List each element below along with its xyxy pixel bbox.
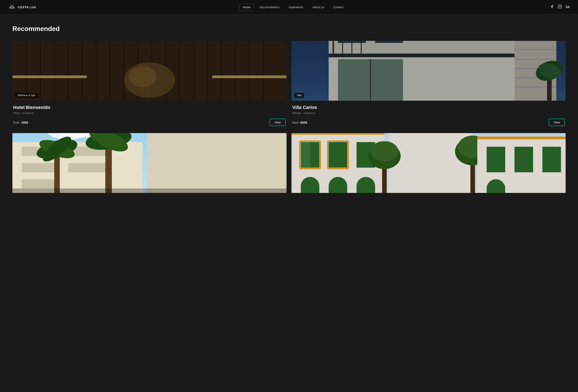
property-cards-grid: Wellness & Spa Hotel Bienvenido Nerja - … [12,41,566,193]
nav-inspirations[interactable]: Inspirations [285,4,307,10]
category-badge-2: Villa [294,93,304,98]
main-nav: Home Accomodations Inspirations About Us… [239,4,347,11]
svg-rect-88 [12,189,287,193]
card-price-1: from 155$ [13,121,28,124]
logo-icon [8,4,16,10]
card-title-1: Hotel Bienvenido [13,105,286,110]
svg-rect-85 [105,142,112,193]
nav-contact[interactable]: Contact [330,4,347,10]
card-footer-2: from 560$ View [292,119,565,126]
svg-rect-78 [22,179,59,189]
svg-rect-4 [558,5,562,8]
card-image-3 [12,133,287,193]
card-location-1: Nerja - Andalucia [13,111,286,115]
section-title: Recommended [12,25,566,33]
svg-line-1 [13,5,14,6]
category-badge-1: Wellness & Spa [15,93,38,98]
social-links [550,4,570,10]
svg-point-6 [561,5,561,6]
card-title-2: Villa Carlos [292,105,565,110]
view-button-1[interactable]: View [270,119,286,126]
card-image-2: Villa [291,41,566,101]
property-card-1: Wellness & Spa Hotel Bienvenido Nerja - … [12,41,287,128]
navbar: COSTA LUX Home Accomodations Inspiration… [0,0,578,14]
apartments-image [12,133,287,193]
svg-rect-118 [291,133,566,193]
facebook-icon[interactable] [550,4,554,10]
svg-rect-80 [68,163,105,172]
nav-about-us[interactable]: About Us [309,4,328,10]
nav-home[interactable]: Home [239,4,254,11]
colorful-street-image [291,133,566,193]
view-button-2[interactable]: View [549,119,565,126]
card-info-1: Hotel Bienvenido Nerja - Andalucia from … [12,101,287,128]
card-info-2: Villa Carlos Malaga - Andalucia from 560… [291,101,566,128]
card-price-2: from 560$ [292,121,307,124]
card-image-1: Wellness & Spa [12,41,287,101]
svg-rect-75 [147,133,287,193]
property-card-3 [12,133,287,193]
property-card-2: Villa Villa Carlos Malaga - Andalucia fr… [291,41,566,128]
card-image-4 [291,133,566,193]
linkedin-icon[interactable] [566,4,570,10]
instagram-icon[interactable] [558,4,562,10]
villa-image [291,41,566,101]
card-location-2: Malaga - Andalucia [292,111,565,115]
svg-point-7 [566,5,567,5]
svg-rect-69 [291,41,566,101]
sauna-image [12,41,287,101]
svg-rect-41 [12,41,287,101]
svg-rect-77 [22,163,59,172]
nav-accomodations[interactable]: Accomodations [256,4,283,10]
svg-point-5 [559,6,561,7]
brand-name: COSTA LUX [18,5,36,9]
brand-logo[interactable]: COSTA LUX [8,4,36,10]
main-content: Recommended [0,15,578,205]
card-footer-1: from 155$ View [13,119,286,126]
property-card-4 [291,133,566,193]
svg-line-2 [10,5,11,6]
